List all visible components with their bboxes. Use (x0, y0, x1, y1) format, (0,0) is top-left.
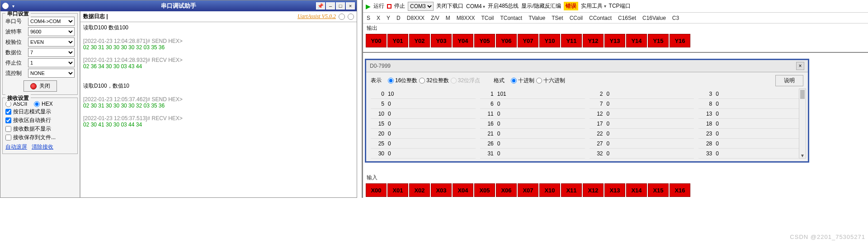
y-cell-y16[interactable]: Y16 (670, 34, 690, 47)
grid-row[interactable]: 010 (371, 89, 476, 99)
grid-row[interactable]: 160 (480, 119, 585, 129)
x-cell-x12[interactable]: X12 (583, 183, 604, 197)
tab-s[interactable]: S (367, 15, 370, 21)
grid-row[interactable]: 150 (371, 119, 476, 129)
x-cell-x02[interactable]: X02 (409, 183, 430, 197)
scroll-thumb[interactable] (800, 90, 805, 99)
y-cell-y06[interactable]: Y06 (496, 34, 517, 47)
y-cell-y15[interactable]: Y15 (648, 34, 669, 47)
y-cell-y02[interactable]: Y02 (409, 34, 430, 47)
wrap-check[interactable] (5, 117, 11, 123)
port-select[interactable]: COM4->COM (28, 17, 75, 26)
x-cell-x04[interactable]: X04 (453, 183, 473, 197)
tab-m[interactable]: M (446, 15, 450, 21)
tab-m8xxx[interactable]: M8XXX (457, 15, 475, 21)
grid-row[interactable]: 120 (590, 109, 694, 119)
hide-check[interactable] (5, 126, 11, 132)
grid-row[interactable]: 300 (371, 149, 476, 159)
y-cell-y04[interactable]: Y04 (453, 34, 473, 47)
grid-row[interactable]: 330 (698, 149, 803, 159)
tab-x[interactable]: X (377, 15, 380, 21)
grid-row[interactable]: 260 (480, 139, 585, 149)
databits-select[interactable]: 7 (28, 48, 75, 57)
grid-row[interactable]: 50 (371, 99, 476, 109)
tab-d[interactable]: D (396, 15, 401, 21)
grid-row[interactable]: 220 (590, 129, 694, 139)
baud-select[interactable]: 9600 (28, 27, 75, 36)
y-cell-y11[interactable]: Y11 (561, 34, 582, 47)
tab-tcontact[interactable]: TContact (500, 15, 522, 21)
grid-row[interactable]: 200 (371, 129, 476, 139)
save-check[interactable] (5, 135, 11, 140)
grid-row[interactable]: 320 (590, 149, 694, 159)
y-cell-y14[interactable]: Y14 (626, 34, 647, 47)
tcp-port-button[interactable]: TCP端口 (609, 2, 631, 10)
grid-row[interactable]: 30 (698, 89, 803, 99)
grid-row[interactable]: 170 (590, 119, 694, 129)
grid-row[interactable]: 310 (480, 149, 585, 159)
close-port-button[interactable]: 关闭 (24, 80, 57, 92)
grid-row[interactable]: 80 (698, 99, 803, 109)
tab-c3[interactable]: C3 (672, 15, 679, 21)
y-cell-y01[interactable]: Y01 (387, 34, 408, 47)
error-badge[interactable]: 错误 (564, 2, 578, 10)
dec-radio[interactable] (511, 78, 517, 84)
y-cell-y07[interactable]: Y07 (518, 34, 538, 47)
tab-ccontact[interactable]: CContact (589, 15, 612, 21)
x-cell-x05[interactable]: X05 (474, 183, 495, 197)
grid-scrollbar[interactable]: ▲ ▼ (799, 89, 806, 159)
int16-radio[interactable] (388, 78, 394, 84)
tab-tvalue[interactable]: TValue (528, 15, 545, 21)
x-cell-x13[interactable]: X13 (604, 183, 625, 197)
grid-row[interactable]: 270 (590, 139, 694, 149)
x-cell-x00[interactable]: X00 (366, 183, 387, 197)
tab-c16value[interactable]: C16Value (642, 15, 666, 21)
x-cell-x14[interactable]: X14 (626, 183, 647, 197)
y-cell-y00[interactable]: Y00 (366, 34, 387, 47)
flow-select[interactable]: NONE (28, 69, 75, 78)
tab-z/v[interactable]: Z/V (431, 15, 439, 21)
tab-d8xxx[interactable]: D8XXX (407, 15, 425, 21)
grid-row[interactable]: 180 (698, 119, 803, 129)
clear-recv-link[interactable]: 清除接收 (32, 143, 53, 151)
stopbits-select[interactable]: 1 (28, 58, 75, 67)
modal-close-button[interactable]: × (796, 62, 804, 70)
autoscroll-link[interactable]: 自动滚屏 (5, 143, 27, 151)
y-cell-y13[interactable]: Y13 (604, 34, 625, 47)
grid-row[interactable]: 110 (480, 109, 585, 119)
log-body[interactable]: 读取D100 数值100 [2022-01-23 12:04:28.871]# … (80, 22, 357, 197)
stop-button[interactable]: 停止 (394, 2, 405, 10)
grid-row[interactable]: 70 (590, 99, 694, 109)
tab-tcoil[interactable]: TCoil (481, 15, 494, 21)
explain-button[interactable]: 说明 (775, 75, 803, 86)
run-button[interactable]: 运行 (373, 2, 384, 10)
open-485-button[interactable]: 开启485总线 (488, 2, 519, 10)
grid-row[interactable]: 1101 (480, 89, 585, 99)
y-cell-y05[interactable]: Y05 (474, 34, 495, 47)
grid-row[interactable]: 20 (590, 89, 694, 99)
hex-radio[interactable] (34, 101, 40, 107)
gear-icon[interactable] (339, 14, 345, 20)
x-cell-x16[interactable]: X16 (670, 183, 690, 197)
parity-select[interactable]: EVEN (28, 37, 75, 47)
hex-radio-fmt[interactable] (536, 78, 542, 84)
tab-c16set[interactable]: C16Set (618, 15, 636, 21)
version-link[interactable]: UartAssist V5.0.2 (297, 13, 336, 20)
grid-row[interactable]: 130 (698, 109, 803, 119)
close-download-button[interactable]: 关闭下载口 (436, 2, 463, 10)
grid-row[interactable]: 230 (698, 129, 803, 139)
logmode-check[interactable] (5, 109, 11, 115)
grid-row[interactable]: 60 (480, 99, 585, 109)
x-cell-x06[interactable]: X06 (496, 183, 517, 197)
tools-menu[interactable]: 实用工具 (581, 2, 606, 10)
toggle-asm-button[interactable]: 显示/隐藏反汇编 (521, 2, 561, 10)
int32-radio[interactable] (419, 78, 425, 84)
x-cell-x07[interactable]: X07 (518, 183, 538, 197)
x-cell-x10[interactable]: X10 (539, 183, 560, 197)
tab-tset[interactable]: TSet (552, 15, 563, 21)
com-a-select[interactable]: COM3 (408, 2, 434, 11)
grid-row[interactable]: 250 (371, 139, 476, 149)
tab-y[interactable]: Y (387, 15, 390, 21)
tab-ccoil[interactable]: CCoil (570, 15, 583, 21)
x-cell-x03[interactable]: X03 (431, 183, 452, 197)
